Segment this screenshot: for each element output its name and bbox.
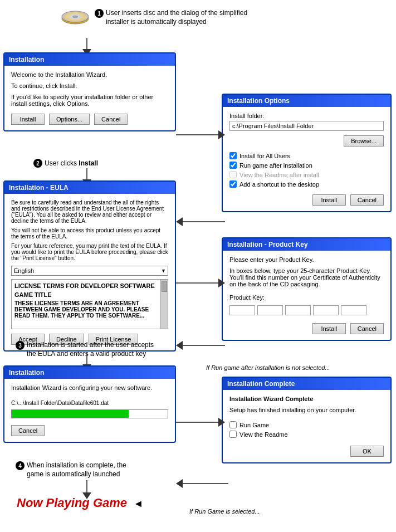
chk-readme-complete-row: View the Readme [229, 431, 384, 438]
arrow-pk-to-installing [176, 341, 225, 350]
chk-run-game-complete-row: Run Game [229, 421, 384, 428]
chk-run-game-label: Run game after installation [239, 162, 312, 169]
arrow-eula-to-pk [176, 279, 225, 287]
pk-field-3[interactable] [285, 305, 311, 315]
browse-btn[interactable]: Browse... [344, 135, 384, 147]
folder-label: Install folder: [229, 113, 384, 119]
options-cancel-btn[interactable]: Cancel [350, 194, 384, 206]
now-playing-arrow: ◄ [133, 498, 143, 509]
step3-circle: 3 [16, 341, 25, 350]
chk-shortcut[interactable] [229, 180, 237, 188]
options-btn[interactable]: Options... [49, 114, 90, 125]
eula-scrollbar[interactable] [160, 280, 168, 329]
chk-readme-complete[interactable] [229, 431, 237, 438]
cancel-btn-install[interactable]: Cancel [94, 114, 128, 125]
eula-body3: For your future reference, you may print… [11, 243, 168, 261]
progress-bar-inner [12, 410, 129, 418]
eula-text-box: LICENSE TERMS FOR DEVELOPER SOFTWARE GAM… [11, 279, 168, 329]
if-run-not-selected-label: If Run game after installation is not se… [206, 364, 330, 371]
progress-bar-outer [11, 409, 168, 418]
chk-all-users[interactable] [229, 152, 237, 159]
eula-scroll-thumb[interactable] [162, 281, 167, 292]
chk-readme-label: View the Readme after install [239, 172, 319, 178]
pk-label: Product Key: [229, 294, 384, 301]
arrow-installing-to-complete [176, 418, 225, 427]
step2-label: 2 User clicks Install [33, 159, 98, 168]
chk-run-game-complete[interactable] [229, 421, 237, 428]
chk-all-users-row: Install for All Users [229, 152, 384, 159]
game-title: GAME TITLE [14, 291, 156, 298]
pk-body1: Please enter your Product Key. [229, 256, 384, 263]
chk-readme-complete-label: View the Readme [239, 431, 288, 438]
step2-circle: 2 [33, 159, 42, 168]
chk-readme-row: View the Readme after install [229, 171, 384, 178]
complete-dialog: Installation Complete Installation Wizar… [222, 377, 392, 463]
install-body1: Welcome to the Installation Wizard. [11, 71, 168, 78]
installing-filepath: C:\...\Install Folder\Data\Datafile601.d… [11, 400, 168, 406]
chk-readme[interactable] [229, 171, 237, 178]
pk-field-4[interactable] [313, 305, 339, 315]
complete-dialog-title: Installation Complete [223, 378, 390, 390]
svg-point-2 [72, 16, 78, 18]
install-body2: To continue, click Install. [11, 82, 168, 89]
arrow-complete-to-nowplaying [176, 479, 228, 488]
pk-cancel-btn[interactable]: Cancel [350, 323, 384, 334]
if-run-selected-label: If Run Game is selected... [189, 508, 260, 515]
chk-shortcut-label: Add a shortcut to the desktop [239, 181, 319, 188]
now-playing: Now Playing Game ◄ [17, 496, 143, 510]
cancel-btn-installing[interactable]: Cancel [11, 425, 45, 436]
pk-field-5[interactable] [341, 305, 366, 315]
step1-circle: 1 [95, 9, 104, 18]
options-install-btn[interactable]: Install [312, 194, 346, 206]
complete-body2: Setup has finished installing on your co… [229, 407, 384, 413]
eula-body1: Be sure to carefully read and understand… [11, 199, 168, 224]
install-btn[interactable]: Install [11, 114, 45, 125]
options-dialog: Installation Options Install folder: Bro… [222, 94, 392, 212]
chk-all-users-label: Install for All Users [239, 153, 290, 159]
chk-shortcut-row: Add a shortcut to the desktop [229, 180, 384, 188]
chk-run-game-complete-label: Run Game [239, 422, 269, 428]
folder-input[interactable] [229, 121, 384, 131]
installing-dialog: Installation Installation Wizard is conf… [3, 365, 176, 443]
arrow-options-to-eula [176, 217, 225, 226]
eula-body2: You will not be able to access this prod… [11, 227, 168, 240]
license-body: THESE LICENSE TERMS ARE AN AGREEMENT BET… [14, 300, 156, 319]
chk-run-game[interactable] [229, 162, 237, 169]
step1-label: 1 User inserts disc and the dialog of th… [95, 9, 251, 26]
pk-body2: In boxes below, type your 25-character P… [229, 267, 384, 287]
options-dialog-title: Installation Options [223, 95, 390, 107]
language-select-wrapper[interactable]: English [11, 266, 168, 276]
arrow-install-to-options [176, 130, 225, 139]
pk-dialog-title: Installation - Product Key [223, 238, 390, 251]
installation-dialog-title: Installation [4, 53, 175, 66]
eula-dialog: Installation - EULA Be sure to carefully… [3, 180, 176, 352]
pk-field-1[interactable] [229, 305, 255, 315]
install-body3: If you'd like to specify your installati… [11, 94, 168, 107]
ok-btn[interactable]: OK [350, 446, 384, 457]
product-key-dialog: Installation - Product Key Please enter … [222, 237, 392, 341]
language-select[interactable]: English [11, 266, 168, 276]
installation-dialog: Installation Welcome to the Installation… [3, 52, 176, 131]
step4-label: 4 When installation is complete, thegame… [16, 461, 126, 479]
eula-dialog-title: Installation - EULA [4, 182, 175, 194]
complete-body1: Installation Wizard Complete [229, 396, 384, 402]
cd-icon [61, 4, 89, 34]
pk-fields [229, 303, 384, 315]
chk-run-game-row: Run game after installation [229, 162, 384, 169]
installing-body1: Installation Wizard is configuring your … [11, 384, 168, 391]
pk-install-btn[interactable]: Install [312, 323, 346, 334]
license-title: LICENSE TERMS FOR DEVELOPER SOFTWARE [14, 282, 156, 289]
installing-dialog-title: Installation [4, 367, 175, 379]
pk-field-2[interactable] [257, 305, 283, 315]
step4-circle: 4 [16, 461, 25, 470]
